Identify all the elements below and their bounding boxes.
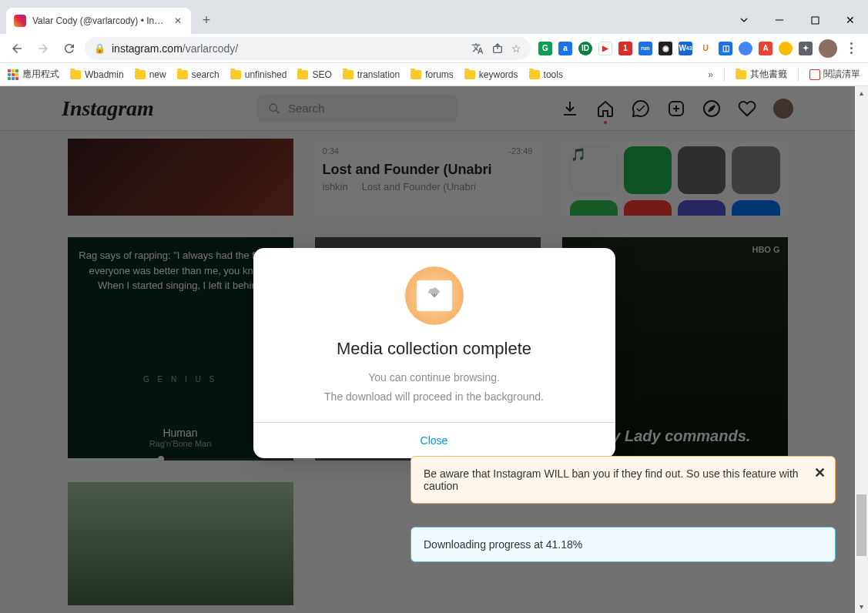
progress-toast: Downloading progress at 41.18% bbox=[411, 527, 836, 562]
modal-text-line: You can continue browsing. bbox=[275, 368, 594, 387]
lock-icon: 🔒 bbox=[94, 43, 106, 54]
extension-icon[interactable]: ▶ bbox=[598, 42, 612, 55]
extension-icon[interactable]: a bbox=[558, 42, 572, 55]
toast-message: Downloading progress at 41.18% bbox=[424, 538, 582, 551]
bookmark-apps[interactable]: 應用程式 bbox=[8, 68, 59, 81]
bookmark-overflow-button[interactable]: » bbox=[708, 69, 713, 80]
bookmark-star-icon[interactable]: ☆ bbox=[511, 42, 521, 55]
translate-icon[interactable] bbox=[471, 42, 484, 55]
window-close-button[interactable]: ✕ bbox=[833, 8, 868, 32]
bookmark-folder[interactable]: keywords bbox=[464, 69, 518, 80]
tab-title: Valar Cody (@varlarcody) • Instag bbox=[32, 15, 166, 26]
extension-icon[interactable]: W43 bbox=[679, 42, 692, 55]
nav-reload-button[interactable] bbox=[59, 38, 80, 59]
toast-message: Be aware that Instagram WILL ban you if … bbox=[424, 467, 799, 492]
bookmark-label: 其他書籤 bbox=[750, 68, 787, 81]
bookmark-folder[interactable]: SEO bbox=[297, 69, 331, 80]
scrollbar-track[interactable]: ▴ ▾ bbox=[855, 86, 868, 613]
modal-text-line: The download will proceed in the backgro… bbox=[275, 387, 594, 407]
bookmark-folder[interactable]: translation bbox=[343, 69, 400, 80]
window-minimize-button[interactable] bbox=[762, 8, 797, 32]
bookmark-folder[interactable]: Wbadmin bbox=[70, 69, 124, 80]
bookmark-label: unfinished bbox=[245, 69, 287, 80]
browser-tab[interactable]: Valar Cody (@varlarcody) • Instag ✕ bbox=[6, 8, 191, 34]
nav-back-button[interactable] bbox=[6, 38, 28, 59]
reading-list-icon bbox=[809, 69, 820, 80]
extension-icon[interactable] bbox=[779, 42, 793, 55]
extension-icon[interactable]: A bbox=[759, 42, 772, 55]
bookmark-label: Wbadmin bbox=[85, 69, 124, 80]
extension-icon[interactable]: ◫ bbox=[719, 42, 732, 55]
modal-title: Media collection complete bbox=[275, 339, 594, 359]
extensions-puzzle-icon[interactable]: ✦ bbox=[799, 42, 813, 55]
extension-icon[interactable] bbox=[739, 42, 752, 55]
bookmark-label: tools bbox=[544, 69, 563, 80]
browser-toolbar: 🔒 instagram.com/varlarcody/ ☆ G a ID ▶ 1… bbox=[0, 34, 868, 63]
warning-toast: Be aware that Instagram WILL ban you if … bbox=[411, 456, 836, 504]
scrollbar-thumb[interactable] bbox=[856, 494, 866, 556]
download-complete-modal: Media collection complete You can contin… bbox=[253, 248, 615, 458]
bookmark-other[interactable]: 其他書籤 bbox=[736, 68, 787, 81]
bookmark-label: forums bbox=[425, 69, 454, 80]
separator bbox=[724, 68, 725, 82]
bookmark-label: translation bbox=[357, 69, 400, 80]
toast-close-button[interactable]: ✕ bbox=[814, 464, 826, 481]
bookmark-label: 應用程式 bbox=[22, 68, 59, 81]
svg-rect-1 bbox=[812, 17, 819, 24]
extension-icon[interactable]: G bbox=[538, 42, 552, 55]
browser-menu-button[interactable] bbox=[843, 39, 859, 57]
browser-tabbar: Valar Cody (@varlarcody) • Instag ✕ + ✕ bbox=[0, 6, 868, 34]
bookmark-label: search bbox=[192, 69, 220, 80]
window-maximize-button[interactable] bbox=[797, 8, 833, 32]
bookmarks-bar: 應用程式 Wbadmin new search unfinished SEO t… bbox=[0, 63, 868, 86]
share-icon[interactable] bbox=[491, 42, 504, 55]
bookmark-folder[interactable]: search bbox=[177, 69, 220, 80]
reading-list-label: 閱讀清單 bbox=[823, 68, 860, 81]
bookmark-folder[interactable]: tools bbox=[529, 69, 563, 80]
bookmark-label: keywords bbox=[479, 69, 518, 80]
extension-icon[interactable]: run bbox=[638, 42, 652, 55]
window-titlebar bbox=[0, 0, 868, 6]
url-text: instagram.com/varlarcody/ bbox=[112, 42, 465, 55]
modal-close-button[interactable]: Close bbox=[421, 434, 448, 447]
extension-icon[interactable]: 1 bbox=[618, 42, 632, 55]
address-bar[interactable]: 🔒 instagram.com/varlarcody/ ☆ bbox=[85, 37, 531, 60]
nav-forward-button[interactable] bbox=[32, 38, 54, 59]
download-complete-icon bbox=[405, 266, 464, 325]
extension-icon[interactable]: ◉ bbox=[659, 42, 672, 55]
bookmark-folder[interactable]: unfinished bbox=[230, 69, 287, 80]
bookmark-label: new bbox=[149, 69, 166, 80]
extensions-area: G a ID ▶ 1 run ◉ W43 U ◫ A ✦ bbox=[535, 39, 862, 58]
scrollbar-down-button[interactable]: ▾ bbox=[855, 600, 868, 613]
extension-icon[interactable]: ID bbox=[578, 42, 592, 55]
tab-close-button[interactable]: ✕ bbox=[173, 15, 183, 26]
window-dropdown-button[interactable] bbox=[726, 8, 762, 32]
separator bbox=[798, 68, 799, 82]
page-viewport: Instagram Search 0:34-23:49 Lost and Fou… bbox=[0, 86, 868, 613]
instagram-favicon bbox=[14, 15, 26, 27]
scrollbar-up-button[interactable]: ▴ bbox=[855, 86, 868, 99]
bookmark-folder[interactable]: forums bbox=[411, 69, 454, 80]
bookmark-folder[interactable]: new bbox=[135, 69, 166, 80]
profile-avatar[interactable] bbox=[819, 39, 837, 58]
new-tab-button[interactable]: + bbox=[196, 9, 217, 31]
extension-icon[interactable]: U bbox=[699, 42, 712, 55]
reading-list-button[interactable]: 閱讀清單 bbox=[809, 68, 860, 81]
bookmark-label: SEO bbox=[312, 69, 331, 80]
